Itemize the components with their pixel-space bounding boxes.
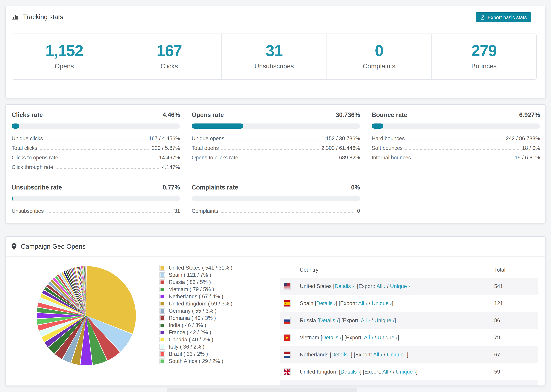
legend-item: United Kingdom ( 59 / 3% ) [160,300,232,307]
country-cell: United States [Details ›] [Export: All ›… [300,283,494,289]
geo-opens-table: CountryTotalUnited States [Details ›] [E… [280,262,538,386]
rate-panel-value: 6.927% [519,112,540,119]
geo-opens-title: Campaign Geo Opens [21,243,85,250]
legend-label: Spain ( 121 / 7% ) [169,272,211,278]
details-link[interactable]: Details › [331,352,351,357]
link-separator-text: Export: [343,317,361,323]
rate-panel-head: Complaints rate0% [192,184,360,191]
country-name: Spain [300,300,315,306]
country-cell: Russia [Details ›] [Export: All › / Uniq… [300,317,494,324]
details-link[interactable]: Details › [335,283,354,289]
geo-opens-card: Campaign Geo Opens United States ( 541 /… [6,236,545,386]
export-unique-link[interactable]: Unique › [374,317,395,323]
rate-row-value: 242 / 86.738% [506,135,540,142]
legend-label: India ( 46 / 3% ) [169,322,206,328]
country-name: United States [300,283,333,289]
stats-summary: 1,152Opens167Clicks31Unsubscribes0Compla… [12,34,537,80]
link-separator-text: ] [ [336,300,340,306]
rates-grid: Clicks rate4.46%Unique clicks167 / 4.456… [6,105,545,224]
legend-label: Italy ( 36 / 2% ) [169,343,204,350]
export-all-link[interactable]: All › [361,317,370,323]
stat-label: Clicks [117,63,221,70]
stat-cell-unsubscribes: 31Unsubscribes [221,34,326,79]
rate-progress-track [12,196,180,201]
details-link[interactable]: Details › [340,369,360,375]
stat-value: 167 [117,43,221,58]
column-header-total: Total [494,267,536,273]
export-unique-link[interactable]: Unique › [377,335,397,340]
geo-table-row-spain: Spain [Details ›] [Export: All › / Uniqu… [280,295,538,312]
flag-us-icon [284,283,290,290]
export-all-link[interactable]: All › [376,283,386,289]
details-link[interactable]: Details › [319,317,339,323]
rate-row-value: 1,152 / 30.736% [321,135,360,142]
link-separator-text: ] [ [360,369,365,375]
legend-item: Canada ( 40 / 2% ) [160,336,232,343]
export-all-link[interactable]: All › [358,300,367,306]
rate-row-label: Unique opens [192,135,224,142]
geo-opens-legend: United States ( 541 / 31% )Spain ( 121 /… [160,264,232,365]
stat-label: Bounces [432,63,536,70]
legend-label: Romania ( 49 / 3% ) [169,315,216,321]
legend-item: United States ( 541 / 31% ) [160,264,232,271]
export-unique-link[interactable]: Unique › [372,300,392,306]
stat-cell-bounces: 279Bounces [431,34,536,79]
legend-swatch [160,272,165,278]
rate-row-value: 2,303 / 61.446% [321,145,360,151]
link-separator-text: / [382,352,387,357]
export-button-label: Export basic stats [487,14,527,20]
legend-item: Romania ( 49 / 3% ) [160,314,232,322]
rate-panel-complaints-rate: Complaints rate0%Complaints0 [192,184,360,217]
total-cell: 121 [494,300,536,307]
export-unique-link[interactable]: Unique › [387,352,407,357]
legend-swatch [160,358,165,364]
export-unique-link[interactable]: Unique › [396,369,416,375]
details-link[interactable]: Details › [322,335,342,340]
rate-row: Clicks to opens rate14.497% [12,155,180,161]
geo-table-row-united-kingdom: United Kingdom [Details ›] [Export: All … [280,363,538,380]
tracking-stats-card: Tracking stats Export basic stats 1,152O… [6,6,545,98]
link-separator-text: Export: [364,369,382,375]
rate-row: Internal bounces19 / 6.81% [372,155,540,161]
link-separator-text: ] [410,283,411,289]
export-all-link[interactable]: All › [382,369,391,375]
rate-row: Hard bounces242 / 86.738% [372,135,540,142]
export-unique-link[interactable]: Unique › [390,283,410,289]
rate-panel-value: 30.736% [336,112,360,119]
leader-dots [56,168,159,169]
link-separator-text: / [386,283,390,289]
link-separator-text: ] [ [354,283,359,289]
export-all-link[interactable]: All › [373,352,382,357]
leader-dots [40,149,149,150]
bottom-scroll-band[interactable] [167,388,357,392]
stat-cell-opens: 1,152Opens [12,34,117,79]
stat-label: Complaints [327,63,431,70]
rate-panel-unsubscribe-rate: Unsubscribe rate0.77%Unsubscribes31 [12,184,180,217]
export-icon [480,15,485,20]
rate-row-label: Total clicks [12,145,37,151]
total-cell: 541 [494,283,536,289]
rate-row-label: Unique clicks [12,135,43,142]
geo-opens-pie-chart [34,263,139,368]
rate-panel-head: Unsubscribe rate0.77% [12,184,180,191]
rate-progress-fill [192,124,243,129]
stat-value: 1,152 [12,43,117,58]
rate-panel-value: 4.46% [162,112,180,119]
export-basic-stats-button[interactable]: Export basic stats [475,12,531,22]
legend-item: South Africa ( 29 / 2% ) [160,357,232,365]
legend-swatch [160,265,165,270]
geo-opens-body: United States ( 541 / 31% )Spain ( 121 /… [6,257,545,386]
legend-label: United States ( 541 / 31% ) [169,265,232,271]
leader-dots [222,149,319,150]
rate-panel-title: Unsubscribe rate [12,184,62,191]
country-name: Russia [300,317,318,323]
link-separator-text: Export: [340,300,358,306]
rate-progress-fill [12,124,19,129]
export-all-link[interactable]: All › [364,335,373,340]
stat-value: 0 [327,43,431,58]
legend-item: India ( 46 / 3% ) [160,322,232,329]
legend-label: South Africa ( 29 / 2% ) [169,358,223,364]
rate-progress-track [192,196,360,201]
details-link[interactable]: Details › [316,300,336,306]
legend-swatch [160,337,165,342]
